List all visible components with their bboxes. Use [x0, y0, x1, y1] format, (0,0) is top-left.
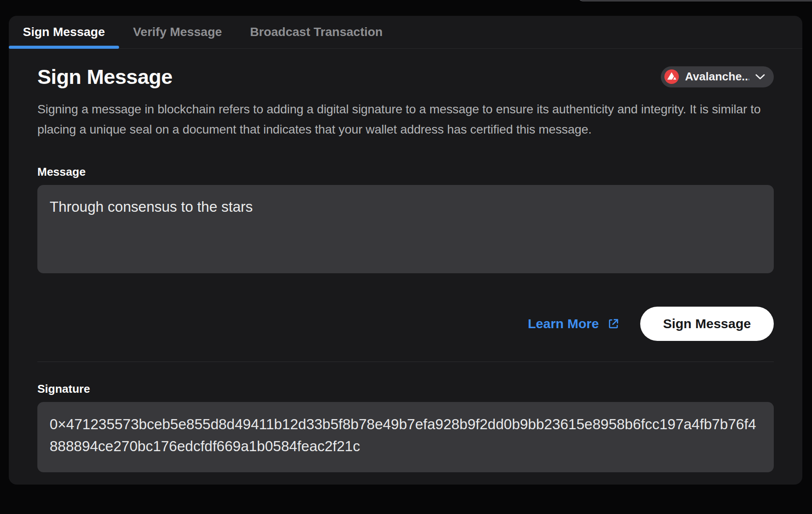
external-link-icon — [607, 317, 620, 330]
signature-output[interactable]: 0×471235573bceb5e855d8d49411b12d33b5f8b7… — [37, 402, 774, 472]
tab-verify-message[interactable]: Verify Message — [119, 16, 236, 48]
tabbar: Sign Message Verify Message Broadcast Tr… — [9, 16, 802, 49]
signature-label: Signature — [37, 382, 774, 396]
content-area: Sign Message Avalanche... Signing a — [9, 65, 802, 472]
avalanche-logo-icon — [664, 69, 679, 84]
section-divider — [37, 362, 774, 362]
sign-message-button[interactable]: Sign Message — [640, 307, 774, 341]
network-selector[interactable]: Avalanche... — [661, 66, 774, 87]
tab-sign-message[interactable]: Sign Message — [9, 16, 119, 48]
header-row: Sign Message Avalanche... — [37, 65, 774, 89]
offscreen-popover-edge — [578, 0, 812, 1]
learn-more-link[interactable]: Learn More — [528, 316, 620, 331]
actions-row: Learn More Sign Message — [37, 307, 774, 341]
description-text: Signing a message in blockchain refers t… — [37, 99, 774, 140]
tab-label: Broadcast Transaction — [250, 25, 383, 39]
page-title: Sign Message — [37, 65, 172, 89]
chevron-down-icon — [755, 74, 765, 80]
network-name: Avalanche... — [685, 70, 749, 83]
sign-message-card: Sign Message Verify Message Broadcast Tr… — [9, 16, 802, 485]
message-label: Message — [37, 165, 774, 179]
tab-broadcast-transaction[interactable]: Broadcast Transaction — [236, 16, 397, 48]
tab-label: Sign Message — [23, 25, 105, 39]
message-input[interactable]: Through consensus to the stars — [37, 185, 774, 273]
active-tab-indicator — [9, 46, 119, 49]
learn-more-label: Learn More — [528, 316, 599, 331]
tab-label: Verify Message — [133, 25, 222, 39]
